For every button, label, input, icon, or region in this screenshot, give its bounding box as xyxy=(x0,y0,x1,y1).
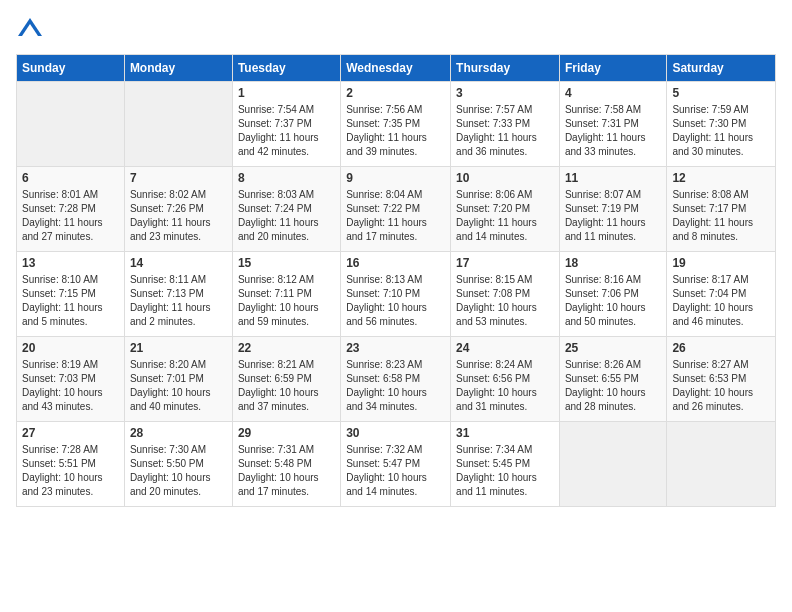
day-number: 29 xyxy=(238,426,335,440)
day-number: 23 xyxy=(346,341,445,355)
day-number: 18 xyxy=(565,256,661,270)
day-number: 14 xyxy=(130,256,227,270)
day-number: 20 xyxy=(22,341,119,355)
calendar-cell: 3Sunrise: 7:57 AMSunset: 7:33 PMDaylight… xyxy=(451,82,560,167)
calendar-cell: 23Sunrise: 8:23 AMSunset: 6:58 PMDayligh… xyxy=(341,337,451,422)
day-info: Sunrise: 7:34 AMSunset: 5:45 PMDaylight:… xyxy=(456,443,554,499)
day-number: 3 xyxy=(456,86,554,100)
calendar-cell: 28Sunrise: 7:30 AMSunset: 5:50 PMDayligh… xyxy=(124,422,232,507)
day-number: 28 xyxy=(130,426,227,440)
calendar-week-row: 6Sunrise: 8:01 AMSunset: 7:28 PMDaylight… xyxy=(17,167,776,252)
day-number: 1 xyxy=(238,86,335,100)
calendar-cell: 9Sunrise: 8:04 AMSunset: 7:22 PMDaylight… xyxy=(341,167,451,252)
column-header-friday: Friday xyxy=(559,55,666,82)
calendar-cell xyxy=(667,422,776,507)
calendar-cell: 31Sunrise: 7:34 AMSunset: 5:45 PMDayligh… xyxy=(451,422,560,507)
calendar-cell xyxy=(17,82,125,167)
column-header-tuesday: Tuesday xyxy=(232,55,340,82)
calendar-cell: 19Sunrise: 8:17 AMSunset: 7:04 PMDayligh… xyxy=(667,252,776,337)
day-number: 13 xyxy=(22,256,119,270)
day-info: Sunrise: 8:06 AMSunset: 7:20 PMDaylight:… xyxy=(456,188,554,244)
day-info: Sunrise: 8:10 AMSunset: 7:15 PMDaylight:… xyxy=(22,273,119,329)
day-info: Sunrise: 8:01 AMSunset: 7:28 PMDaylight:… xyxy=(22,188,119,244)
calendar-cell: 13Sunrise: 8:10 AMSunset: 7:15 PMDayligh… xyxy=(17,252,125,337)
day-info: Sunrise: 7:30 AMSunset: 5:50 PMDaylight:… xyxy=(130,443,227,499)
day-number: 12 xyxy=(672,171,770,185)
column-header-monday: Monday xyxy=(124,55,232,82)
day-number: 31 xyxy=(456,426,554,440)
day-number: 30 xyxy=(346,426,445,440)
calendar-week-row: 20Sunrise: 8:19 AMSunset: 7:03 PMDayligh… xyxy=(17,337,776,422)
day-info: Sunrise: 8:23 AMSunset: 6:58 PMDaylight:… xyxy=(346,358,445,414)
day-info: Sunrise: 7:56 AMSunset: 7:35 PMDaylight:… xyxy=(346,103,445,159)
logo xyxy=(16,16,48,44)
day-number: 8 xyxy=(238,171,335,185)
day-info: Sunrise: 8:11 AMSunset: 7:13 PMDaylight:… xyxy=(130,273,227,329)
day-info: Sunrise: 8:13 AMSunset: 7:10 PMDaylight:… xyxy=(346,273,445,329)
calendar-cell: 16Sunrise: 8:13 AMSunset: 7:10 PMDayligh… xyxy=(341,252,451,337)
day-info: Sunrise: 8:20 AMSunset: 7:01 PMDaylight:… xyxy=(130,358,227,414)
day-number: 25 xyxy=(565,341,661,355)
column-header-wednesday: Wednesday xyxy=(341,55,451,82)
day-number: 27 xyxy=(22,426,119,440)
day-info: Sunrise: 8:21 AMSunset: 6:59 PMDaylight:… xyxy=(238,358,335,414)
day-number: 15 xyxy=(238,256,335,270)
day-number: 6 xyxy=(22,171,119,185)
calendar-cell: 27Sunrise: 7:28 AMSunset: 5:51 PMDayligh… xyxy=(17,422,125,507)
column-header-saturday: Saturday xyxy=(667,55,776,82)
calendar-cell: 15Sunrise: 8:12 AMSunset: 7:11 PMDayligh… xyxy=(232,252,340,337)
calendar-cell: 7Sunrise: 8:02 AMSunset: 7:26 PMDaylight… xyxy=(124,167,232,252)
day-number: 4 xyxy=(565,86,661,100)
day-info: Sunrise: 8:02 AMSunset: 7:26 PMDaylight:… xyxy=(130,188,227,244)
calendar-week-row: 13Sunrise: 8:10 AMSunset: 7:15 PMDayligh… xyxy=(17,252,776,337)
day-info: Sunrise: 8:08 AMSunset: 7:17 PMDaylight:… xyxy=(672,188,770,244)
day-info: Sunrise: 7:28 AMSunset: 5:51 PMDaylight:… xyxy=(22,443,119,499)
calendar-cell: 2Sunrise: 7:56 AMSunset: 7:35 PMDaylight… xyxy=(341,82,451,167)
calendar-table: SundayMondayTuesdayWednesdayThursdayFrid… xyxy=(16,54,776,507)
day-number: 16 xyxy=(346,256,445,270)
column-header-thursday: Thursday xyxy=(451,55,560,82)
calendar-cell: 17Sunrise: 8:15 AMSunset: 7:08 PMDayligh… xyxy=(451,252,560,337)
calendar-cell: 21Sunrise: 8:20 AMSunset: 7:01 PMDayligh… xyxy=(124,337,232,422)
day-info: Sunrise: 8:04 AMSunset: 7:22 PMDaylight:… xyxy=(346,188,445,244)
day-info: Sunrise: 7:57 AMSunset: 7:33 PMDaylight:… xyxy=(456,103,554,159)
day-info: Sunrise: 8:27 AMSunset: 6:53 PMDaylight:… xyxy=(672,358,770,414)
day-number: 17 xyxy=(456,256,554,270)
calendar-cell: 25Sunrise: 8:26 AMSunset: 6:55 PMDayligh… xyxy=(559,337,666,422)
calendar-cell: 30Sunrise: 7:32 AMSunset: 5:47 PMDayligh… xyxy=(341,422,451,507)
calendar-cell: 24Sunrise: 8:24 AMSunset: 6:56 PMDayligh… xyxy=(451,337,560,422)
calendar-cell: 14Sunrise: 8:11 AMSunset: 7:13 PMDayligh… xyxy=(124,252,232,337)
day-number: 7 xyxy=(130,171,227,185)
day-info: Sunrise: 8:17 AMSunset: 7:04 PMDaylight:… xyxy=(672,273,770,329)
day-number: 2 xyxy=(346,86,445,100)
calendar-week-row: 1Sunrise: 7:54 AMSunset: 7:37 PMDaylight… xyxy=(17,82,776,167)
calendar-cell xyxy=(124,82,232,167)
calendar-cell: 22Sunrise: 8:21 AMSunset: 6:59 PMDayligh… xyxy=(232,337,340,422)
calendar-cell: 10Sunrise: 8:06 AMSunset: 7:20 PMDayligh… xyxy=(451,167,560,252)
day-info: Sunrise: 8:07 AMSunset: 7:19 PMDaylight:… xyxy=(565,188,661,244)
day-number: 9 xyxy=(346,171,445,185)
calendar-cell: 20Sunrise: 8:19 AMSunset: 7:03 PMDayligh… xyxy=(17,337,125,422)
calendar-cell: 18Sunrise: 8:16 AMSunset: 7:06 PMDayligh… xyxy=(559,252,666,337)
calendar-cell: 11Sunrise: 8:07 AMSunset: 7:19 PMDayligh… xyxy=(559,167,666,252)
day-number: 5 xyxy=(672,86,770,100)
calendar-cell: 6Sunrise: 8:01 AMSunset: 7:28 PMDaylight… xyxy=(17,167,125,252)
calendar-cell: 4Sunrise: 7:58 AMSunset: 7:31 PMDaylight… xyxy=(559,82,666,167)
calendar-cell: 12Sunrise: 8:08 AMSunset: 7:17 PMDayligh… xyxy=(667,167,776,252)
day-info: Sunrise: 7:31 AMSunset: 5:48 PMDaylight:… xyxy=(238,443,335,499)
day-info: Sunrise: 8:24 AMSunset: 6:56 PMDaylight:… xyxy=(456,358,554,414)
day-info: Sunrise: 8:12 AMSunset: 7:11 PMDaylight:… xyxy=(238,273,335,329)
day-info: Sunrise: 7:54 AMSunset: 7:37 PMDaylight:… xyxy=(238,103,335,159)
calendar-cell xyxy=(559,422,666,507)
day-info: Sunrise: 8:16 AMSunset: 7:06 PMDaylight:… xyxy=(565,273,661,329)
calendar-cell: 5Sunrise: 7:59 AMSunset: 7:30 PMDaylight… xyxy=(667,82,776,167)
calendar-cell: 1Sunrise: 7:54 AMSunset: 7:37 PMDaylight… xyxy=(232,82,340,167)
calendar-week-row: 27Sunrise: 7:28 AMSunset: 5:51 PMDayligh… xyxy=(17,422,776,507)
day-info: Sunrise: 7:32 AMSunset: 5:47 PMDaylight:… xyxy=(346,443,445,499)
day-info: Sunrise: 8:26 AMSunset: 6:55 PMDaylight:… xyxy=(565,358,661,414)
day-info: Sunrise: 8:19 AMSunset: 7:03 PMDaylight:… xyxy=(22,358,119,414)
day-number: 24 xyxy=(456,341,554,355)
page-header xyxy=(16,16,776,44)
logo-icon xyxy=(16,16,44,44)
day-number: 10 xyxy=(456,171,554,185)
